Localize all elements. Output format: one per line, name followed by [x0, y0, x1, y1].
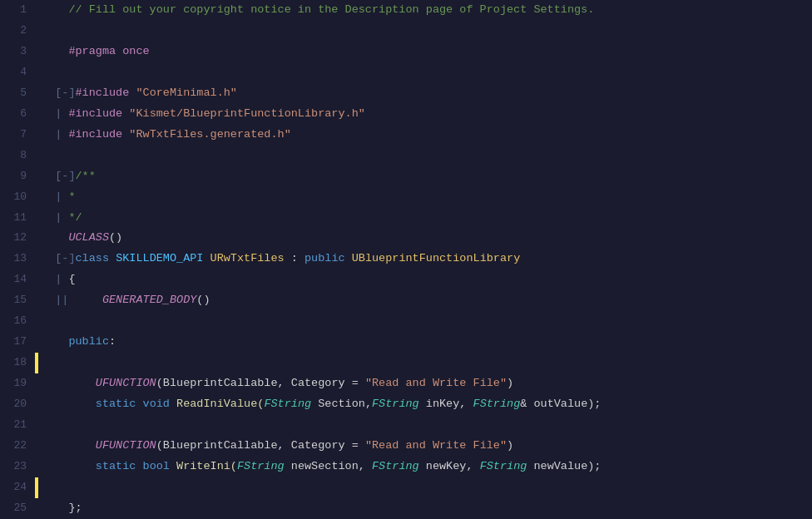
line-number-14: 14 [0, 269, 27, 290]
token: #include [68, 104, 129, 125]
token: & outValue); [520, 394, 601, 415]
line-number-18: 18 [0, 353, 27, 373]
token: "CoreMinimal.h" [136, 83, 237, 104]
code-line-23: static bool WriteIni(FString newSection,… [42, 457, 812, 477]
token [42, 228, 68, 249]
code-line-4 [42, 62, 812, 83]
code-line-15: || GENERATED_BODY() [42, 290, 812, 311]
token: FString [372, 457, 426, 477]
line-number-8: 8 [0, 146, 27, 166]
token: URwTxtFiles [210, 249, 285, 269]
token: FString [237, 457, 291, 477]
token: { [68, 269, 75, 290]
gutter-marker-18 [35, 353, 38, 373]
token: */ [68, 208, 82, 229]
token: newKey, [426, 457, 480, 477]
token: | [42, 187, 68, 208]
token: || [42, 290, 76, 311]
token: FString [264, 394, 318, 415]
token: BlueprintCallable [163, 373, 278, 394]
code-area[interactable]: // Fill out your copyright notice in the… [35, 0, 812, 519]
token: FString [473, 394, 521, 415]
line-number-10: 10 [0, 187, 27, 208]
code-line-8 [42, 146, 812, 166]
token: inKey, [426, 394, 473, 415]
line-number-17: 17 [0, 332, 27, 353]
line-number-5: 5 [0, 83, 27, 104]
token: [-] [55, 166, 75, 187]
token: "Read and Write File" [365, 436, 507, 457]
line-number-7: 7 [0, 125, 27, 146]
line-number-22: 22 [0, 436, 27, 457]
line-number-25: 25 [0, 498, 27, 519]
token: UFUNCTION [96, 373, 156, 394]
token: "Kismet/BlueprintFunctionLibrary.h" [129, 104, 365, 125]
token: once [122, 42, 149, 62]
token: UBlueprintFunctionLibrary [352, 249, 521, 269]
code-line-2 [42, 21, 812, 42]
line-number-11: 11 [0, 208, 27, 229]
code-line-9: [-]/** [42, 166, 812, 187]
token [42, 394, 96, 415]
line-number-21: 21 [0, 415, 27, 436]
code-line-25: }; [42, 498, 812, 519]
code-line-6: | #include "Kismet/BlueprintFunctionLibr… [42, 104, 812, 125]
code-line-24 [42, 477, 812, 498]
token [42, 373, 96, 394]
code-line-21 [42, 415, 812, 436]
token: }; [68, 498, 82, 519]
token: // Fill out your copyright notice in the… [42, 0, 594, 21]
token: | [42, 104, 68, 125]
token: : [109, 332, 116, 353]
line-number-2: 2 [0, 21, 27, 42]
token: static [96, 394, 143, 415]
token: UFUNCTION [96, 436, 156, 457]
token [42, 457, 96, 477]
token: , Category = [278, 373, 365, 394]
token: ( [156, 373, 163, 394]
line-number-12: 12 [0, 228, 27, 249]
gutter-marker-24 [35, 477, 38, 498]
code-line-13: [-]class SKILLDEMO_API URwTxtFiles : pub… [42, 249, 812, 269]
token: ( [156, 436, 163, 457]
token: ) [507, 436, 513, 457]
line-number-23: 23 [0, 457, 27, 477]
token: Section, [318, 394, 372, 415]
token: ) [507, 373, 513, 394]
token [42, 83, 55, 104]
token: () [109, 228, 122, 249]
token: BlueprintCallable [163, 436, 278, 457]
line-number-9: 9 [0, 166, 27, 187]
token: #include [68, 125, 129, 146]
token: | [42, 125, 68, 146]
token: public [304, 249, 352, 269]
token: class [76, 249, 116, 269]
token [42, 332, 68, 353]
line-number-20: 20 [0, 394, 27, 415]
token: [-] [55, 83, 75, 104]
code-line-17: public: [42, 332, 812, 353]
token: #pragma [42, 42, 122, 62]
line-number-4: 4 [0, 62, 27, 83]
line-number-19: 19 [0, 373, 27, 394]
token: bool [143, 457, 177, 477]
token: static [96, 457, 143, 477]
token: [-] [55, 249, 75, 269]
code-editor: 1234567891011121314151617181920212223242… [0, 0, 812, 519]
code-line-19: UFUNCTION(BlueprintCallable, Category = … [42, 373, 812, 394]
line-number-15: 15 [0, 290, 27, 311]
code-line-20: static void ReadIniValue(FString Section… [42, 394, 812, 415]
token: GENERATED_BODY [102, 290, 196, 311]
line-number-6: 6 [0, 104, 27, 125]
token: | [42, 269, 68, 290]
line-number-16: 16 [0, 311, 27, 332]
token: | [42, 208, 68, 229]
line-number-24: 24 [0, 477, 27, 498]
token: newValue); [533, 457, 601, 477]
token: public [68, 332, 109, 353]
code-line-14: | { [42, 269, 812, 290]
code-line-10: | * [42, 187, 812, 208]
token: FString [372, 394, 426, 415]
token [42, 249, 55, 269]
line-number-13: 13 [0, 249, 27, 269]
